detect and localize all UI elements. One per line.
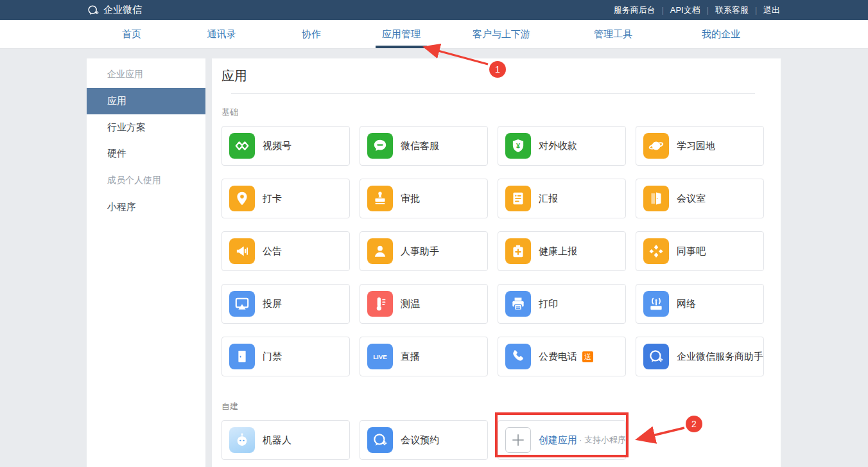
topbar-link[interactable]: 联系客服 — [715, 4, 749, 16]
app-grid: 机器人会议预约创建应用· 支持小程序 — [212, 420, 781, 460]
sidebar-item-应用[interactable]: 应用 — [87, 88, 205, 114]
app-label: 网络 — [677, 298, 696, 310]
wecom-logo-icon — [367, 427, 393, 453]
topbar-links: 服务商后台|API文档|联系客服|退出 — [614, 4, 780, 16]
chat-bubble-icon — [367, 133, 393, 159]
app-section: 自建机器人会议预约创建应用· 支持小程序 — [212, 401, 781, 460]
app-label: 汇报 — [539, 193, 558, 205]
app-label: 视频号 — [263, 140, 291, 152]
app-card-temperature[interactable]: 测温 — [360, 284, 488, 324]
sidebar-item-硬件[interactable]: 硬件 — [87, 141, 205, 167]
topbar-link[interactable]: 服务商后台 — [614, 4, 655, 16]
app-label: 会议室 — [677, 193, 706, 205]
screencast-icon — [229, 291, 255, 317]
app-label: 微信客服 — [401, 140, 439, 152]
app-label: 公费电话 — [539, 351, 577, 363]
app-label: 打印 — [539, 298, 558, 310]
app-label: 投屏 — [263, 298, 282, 310]
wecom-logo: 企业微信 — [87, 4, 142, 17]
wecom-logo-icon — [87, 4, 100, 17]
medkit-icon — [505, 238, 531, 264]
page-title: 应用 — [221, 67, 771, 85]
app-sections: 基础视频号微信客服¥对外收款学习园地打卡审批汇报会议室公告人事助手健康上报同事吧… — [212, 107, 781, 460]
app-card-external-payment[interactable]: ¥对外收款 — [498, 126, 626, 166]
section-label: 基础 — [221, 107, 771, 118]
svg-text:LIVE: LIVE — [373, 353, 387, 360]
plus-icon — [505, 427, 531, 453]
app-label: 打卡 — [263, 193, 282, 205]
printer-icon — [505, 291, 531, 317]
app-label: 会议预约 — [401, 434, 439, 446]
app-card-wechat-customer-service[interactable]: 微信客服 — [360, 126, 488, 166]
open-door-icon — [643, 186, 669, 211]
app-card-network[interactable]: 网络 — [636, 284, 764, 324]
app-card-approval[interactable]: 审批 — [360, 179, 488, 218]
free-badge: 送 — [582, 351, 593, 362]
app-card-wecom-service-assistant[interactable]: 企业微信服务商助手 — [636, 337, 764, 376]
app-grid: 视频号微信客服¥对外收款学习园地打卡审批汇报会议室公告人事助手健康上报同事吧投屏… — [212, 126, 781, 376]
app-card-channels[interactable]: 视频号 — [221, 126, 350, 166]
nav-tab-通讯录[interactable]: 通讯录 — [177, 20, 266, 48]
nav-tab-客户与上下游[interactable]: 客户与上下游 — [446, 20, 557, 48]
app-card-hr-assistant[interactable]: 人事助手 — [360, 231, 488, 271]
person-icon — [367, 238, 393, 264]
nav-tab-管理工具[interactable]: 管理工具 — [557, 20, 670, 48]
channels-icon — [229, 133, 255, 159]
app-label: 创建应用 — [539, 434, 577, 446]
app-card-create-app[interactable]: 创建应用· 支持小程序 — [498, 420, 626, 460]
app-card-report[interactable]: 汇报 — [498, 179, 626, 218]
topbar-link[interactable]: 退出 — [763, 4, 780, 16]
app-card-announcement[interactable]: 公告 — [221, 231, 350, 271]
top-bar: 企业微信 服务商后台|API文档|联系客服|退出 — [0, 0, 868, 20]
wecom-logo-icon — [643, 344, 669, 369]
app-sublabel: · 支持小程序 — [579, 434, 626, 446]
thermometer-icon — [367, 291, 393, 317]
separator: | — [707, 6, 709, 15]
topbar-link[interactable]: API文档 — [670, 4, 700, 16]
wecom-logo-text: 企业微信 — [103, 4, 142, 16]
separator: | — [755, 6, 757, 15]
sidebar-item-小程序[interactable]: 小程序 — [87, 194, 205, 220]
app-label: 学习园地 — [677, 140, 715, 152]
page-body: 企业应用应用行业方案硬件成员个人使用小程序 应用 基础视频号微信客服¥对外收款学… — [0, 49, 868, 467]
robot-icon — [229, 427, 255, 453]
app-card-live[interactable]: LIVE直播 — [360, 337, 488, 376]
app-card-free-call[interactable]: 公费电话送 — [498, 337, 626, 376]
app-label: 同事吧 — [677, 245, 706, 258]
nav-tab-协作[interactable]: 协作 — [266, 20, 356, 48]
router-icon — [643, 291, 669, 317]
app-label: 审批 — [401, 193, 420, 205]
app-card-meeting-booking[interactable]: 会议预约 — [360, 420, 488, 460]
location-pin-icon — [229, 186, 255, 211]
primary-nav: 首页通讯录协作应用管理客户与上下游管理工具我的企业 — [0, 20, 868, 49]
nav-tab-首页[interactable]: 首页 — [87, 20, 177, 48]
sidebar: 企业应用应用行业方案硬件成员个人使用小程序 — [87, 58, 205, 467]
live-icon: LIVE — [367, 344, 393, 369]
sidebar-group-header: 成员个人使用 — [87, 167, 205, 194]
app-card-check-in[interactable]: 打卡 — [221, 179, 350, 218]
shield-yuan-icon: ¥ — [505, 133, 531, 159]
app-card-colleague-bar[interactable]: 同事吧 — [636, 231, 764, 271]
app-label: 人事助手 — [401, 245, 439, 258]
diamonds-icon — [643, 238, 669, 264]
app-card-print[interactable]: 打印 — [498, 284, 626, 324]
app-label: 企业微信服务商助手 — [677, 351, 763, 363]
app-card-meeting-room[interactable]: 会议室 — [636, 179, 764, 218]
nav-tab-应用管理[interactable]: 应用管理 — [356, 20, 446, 48]
main-panel: 应用 基础视频号微信客服¥对外收款学习园地打卡审批汇报会议室公告人事助手健康上报… — [212, 58, 781, 467]
app-label: 对外收款 — [539, 140, 577, 152]
app-label: 测温 — [401, 298, 420, 310]
separator: | — [662, 6, 664, 15]
app-card-door-access[interactable]: 门禁 — [221, 337, 350, 376]
sidebar-group-header: 企业应用 — [87, 61, 205, 88]
app-card-robot[interactable]: 机器人 — [221, 420, 350, 460]
app-card-health-report[interactable]: 健康上报 — [498, 231, 626, 271]
app-card-learning-center[interactable]: 学习园地 — [636, 126, 764, 166]
app-label: 健康上报 — [539, 245, 577, 258]
megaphone-icon — [229, 238, 255, 264]
sidebar-item-行业方案[interactable]: 行业方案 — [87, 114, 205, 141]
app-label: 机器人 — [263, 434, 291, 446]
phone-icon — [505, 344, 531, 369]
nav-tab-我的企业[interactable]: 我的企业 — [670, 20, 772, 48]
app-card-screen-cast[interactable]: 投屏 — [221, 284, 350, 324]
